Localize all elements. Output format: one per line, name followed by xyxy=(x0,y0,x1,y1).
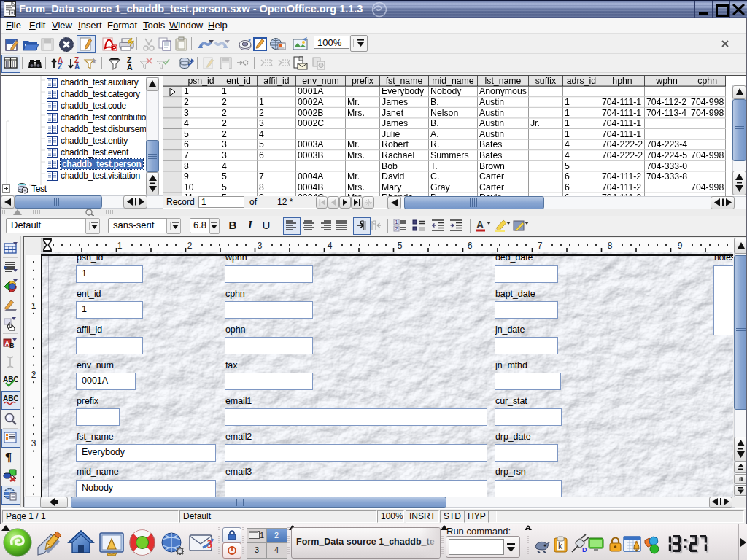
svg-text:ABC: ABC xyxy=(3,394,18,402)
svg-text:9: 9 xyxy=(678,241,683,251)
svg-text:1: 1 xyxy=(31,301,36,311)
svg-text:3: 3 xyxy=(207,539,212,550)
svg-text:2: 2 xyxy=(395,226,398,231)
svg-text:3: 3 xyxy=(258,241,263,251)
svg-text:5: 5 xyxy=(398,241,403,251)
svg-text:D: D xyxy=(582,546,587,553)
svg-text:4: 4 xyxy=(328,241,333,251)
svg-text:Z: Z xyxy=(58,63,62,71)
svg-text:1: 1 xyxy=(117,241,123,251)
svg-text:3: 3 xyxy=(31,438,36,448)
svg-text:ABC: ABC xyxy=(3,376,18,384)
svg-text:¶: ¶ xyxy=(5,450,12,464)
svg-text:A: A xyxy=(476,219,484,230)
svg-text:2: 2 xyxy=(31,370,36,380)
svg-text:k: k xyxy=(558,541,563,551)
svg-text:2: 2 xyxy=(187,241,193,251)
svg-text:8: 8 xyxy=(608,241,613,251)
svg-text:A: A xyxy=(74,63,80,71)
svg-text:7: 7 xyxy=(538,241,543,251)
svg-text:A: A xyxy=(127,63,133,71)
svg-text:B: B xyxy=(9,342,15,349)
svg-text:6: 6 xyxy=(468,241,473,251)
svg-text:1: 1 xyxy=(395,219,398,225)
